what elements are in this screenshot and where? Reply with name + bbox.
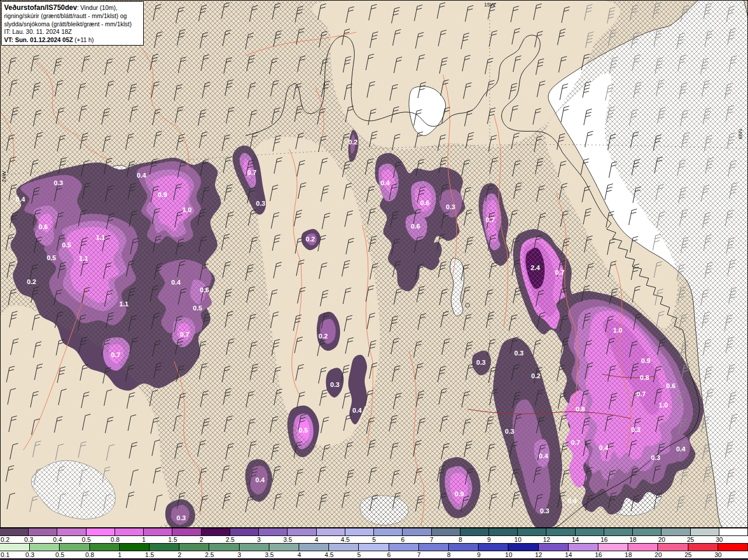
precip-value-label: 0.3 bbox=[651, 454, 660, 461]
precip-value-label: 0.6 bbox=[200, 286, 209, 293]
colorbar-tick-label: 30 bbox=[716, 536, 723, 543]
colorbar-tick-label: 2 bbox=[178, 551, 181, 558]
colorbar-segment bbox=[539, 544, 569, 551]
info-line-init-time: IT: Lau. 30. 11. 2024 18Z bbox=[4, 28, 141, 36]
colorbar-tick-label: 2.5 bbox=[205, 551, 214, 558]
precip-value-label: 0.5 bbox=[299, 427, 309, 434]
precip-value-label: 0.9 bbox=[455, 490, 464, 497]
colorbar-segment bbox=[29, 528, 57, 535]
colorbar-segment bbox=[329, 544, 359, 551]
precip-value-label: 0.7 bbox=[571, 439, 580, 446]
colorbar-segment bbox=[719, 528, 748, 535]
colorbar-tick-label: 0.1 bbox=[1, 551, 9, 558]
colorbar-segment bbox=[718, 544, 748, 551]
colorbar-segment bbox=[518, 528, 546, 535]
colorbar-segment bbox=[179, 544, 209, 551]
colorbar-segment bbox=[658, 544, 688, 551]
precip-value-label: 0.6 bbox=[666, 382, 676, 389]
colorbar-rain-labels: 0.10.30.50.811.522.533.544.5567891012141… bbox=[0, 551, 748, 558]
colorbar-tick-label: 3.5 bbox=[283, 536, 292, 543]
precip-value-label: 0.4 bbox=[352, 407, 362, 414]
colorbar-tick-label: 20 bbox=[654, 551, 662, 558]
colorbar-segment bbox=[259, 528, 288, 535]
colorbar-segment bbox=[144, 528, 172, 535]
precip-value-label: 0.4 bbox=[539, 452, 549, 459]
colorbar-tick-label: 1 bbox=[118, 551, 122, 558]
colorbar-segment bbox=[432, 528, 460, 535]
colorbar-segment bbox=[460, 528, 489, 535]
precip-value-label: 0.4 bbox=[255, 476, 265, 483]
colorbar-tick-label: 25 bbox=[684, 551, 691, 558]
precip-value-label: 0.6 bbox=[411, 223, 420, 230]
colorbar-tick-label: 16 bbox=[601, 536, 608, 543]
colorbar-segment bbox=[628, 544, 658, 551]
colorbar-segment bbox=[172, 528, 201, 535]
colorbar-tick-label: 9 bbox=[477, 551, 480, 558]
meridian-label-15w: 15W bbox=[484, 1, 496, 8]
colorbar-segment bbox=[374, 528, 403, 535]
precip-value-label: 0.8 bbox=[640, 374, 650, 381]
colorbar-tick-label: 0.2 bbox=[1, 536, 9, 543]
colorbar-sleet-snow bbox=[0, 528, 748, 536]
precip-value-label: 0.3 bbox=[514, 350, 524, 357]
colorbar-tick-label: 14 bbox=[572, 536, 579, 543]
colorbar-tick-label: 4.5 bbox=[325, 551, 334, 558]
colorbar-segment bbox=[508, 544, 538, 551]
precip-value-label: 2.4 bbox=[531, 264, 541, 271]
colorbar-segment bbox=[576, 528, 604, 535]
precip-value-label: 0.3 bbox=[256, 200, 265, 207]
colorbar-segment bbox=[403, 528, 431, 535]
colorbar-segment bbox=[240, 544, 269, 551]
colorbar-segment bbox=[0, 544, 30, 551]
precip-value-label: 1.0 bbox=[613, 327, 622, 334]
colorbar-tick-label: 0.3 bbox=[26, 551, 34, 558]
colorbar-segment bbox=[419, 544, 449, 551]
colorbar-segment bbox=[230, 528, 259, 535]
colorbar-tick-label: 4.5 bbox=[341, 536, 349, 543]
colorbar-tick-label: 8 bbox=[447, 551, 451, 558]
precip-value-label: 0.5 bbox=[193, 305, 203, 312]
precip-value-label: 0.5 bbox=[62, 241, 72, 248]
precip-value-label: 1.0 bbox=[659, 402, 668, 409]
colorbar-segment bbox=[317, 528, 345, 535]
info-line-3: slydda/snjókoma (grátt/bleikt/grænt - mm… bbox=[4, 20, 141, 28]
colorbar-segment bbox=[633, 528, 662, 535]
precip-value-label: 0.2 bbox=[27, 278, 36, 285]
colorbar-segment bbox=[0, 528, 29, 535]
colorbar-segment bbox=[86, 528, 115, 535]
colorbar-segment bbox=[604, 528, 633, 535]
colorbar-tick-label: 2.5 bbox=[226, 536, 234, 543]
colorbar-rain bbox=[0, 543, 748, 551]
model-name: Veðurstofan/IS750dev bbox=[4, 4, 77, 12]
precip-value-label: 0.7 bbox=[111, 351, 120, 358]
colorbar-tick-label: 6 bbox=[401, 536, 404, 543]
precip-value-label: 0.3 bbox=[476, 359, 486, 366]
precip-value-label: 0.2 bbox=[531, 372, 541, 379]
colorbar-segment bbox=[90, 544, 120, 551]
colorbar-segment bbox=[449, 544, 479, 551]
colorbar-segment bbox=[57, 528, 86, 535]
colorbar-tick-label: 10 bbox=[514, 536, 521, 543]
precip-value-label: 0.2 bbox=[348, 139, 358, 146]
precip-value-label: 0.5 bbox=[47, 254, 57, 261]
precip-value-label: 0.7 bbox=[555, 269, 565, 276]
colorbar-segment bbox=[389, 544, 419, 551]
precip-value-label: 0.6 bbox=[420, 199, 430, 206]
colorbar-tick-label: 0.5 bbox=[82, 536, 91, 543]
colorbar-tick-label: 8 bbox=[459, 536, 462, 543]
precip-value-label: 1.0 bbox=[182, 206, 192, 213]
precip-value-label: 0.4 bbox=[567, 497, 577, 504]
precip-value-label: 0.9 bbox=[158, 191, 167, 198]
colorbar-tick-label: 20 bbox=[658, 536, 665, 543]
colorbar-segment bbox=[489, 528, 518, 535]
precip-value-label: 0.4 bbox=[16, 196, 26, 203]
precip-value-label: 0.3 bbox=[631, 426, 640, 433]
colorbar-tick-label: 10 bbox=[505, 551, 512, 558]
colorbar-segment bbox=[288, 528, 316, 535]
colorbar-tick-label: 2 bbox=[200, 536, 203, 543]
colorbar-tick-label: 4 bbox=[297, 551, 301, 558]
precip-value-label: 0.3 bbox=[540, 507, 549, 514]
colorbar-tick-label: 12 bbox=[535, 551, 542, 558]
colorbar-tick-label: 9 bbox=[487, 536, 491, 543]
colorbar-tick-label: 0.5 bbox=[56, 551, 64, 558]
